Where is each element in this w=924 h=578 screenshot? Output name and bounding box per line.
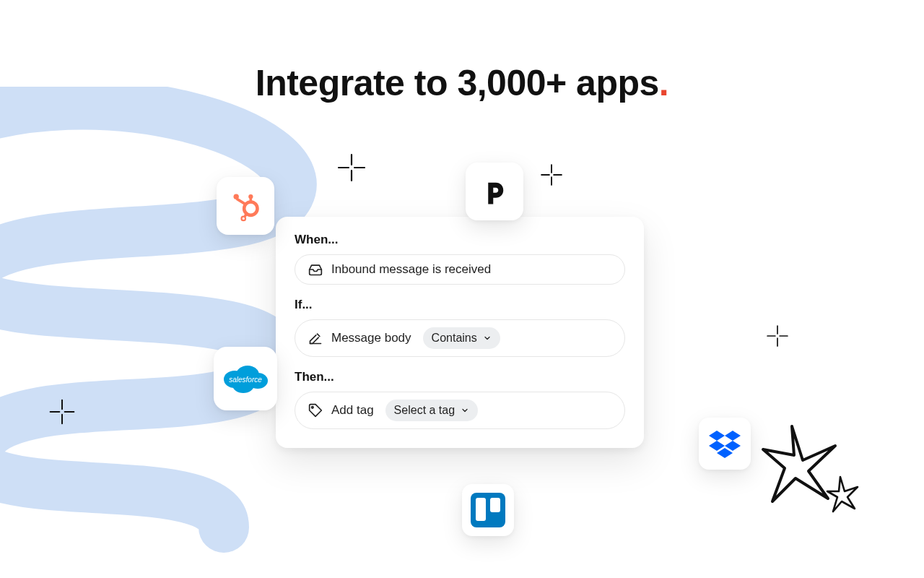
svg-marker-13 <box>725 431 741 441</box>
inbox-icon <box>308 262 323 277</box>
svg-point-20 <box>312 407 314 409</box>
page-title-text: Integrate to 3,000+ apps <box>256 63 659 103</box>
rule-builder-card: When... Inbound message is received If..… <box>276 217 644 448</box>
svg-marker-12 <box>709 431 725 441</box>
svg-marker-14 <box>709 441 725 451</box>
svg-rect-18 <box>476 498 486 521</box>
then-action-row[interactable]: Add tag Select a tag <box>295 392 625 429</box>
svg-rect-2 <box>250 198 253 203</box>
app-dropbox-icon <box>699 418 751 470</box>
pen-icon <box>308 331 323 345</box>
then-tag-select[interactable]: Select a tag <box>385 400 479 421</box>
if-field-text: Message body <box>331 331 411 345</box>
chevron-down-icon <box>483 334 492 342</box>
ink-cross-icon <box>765 324 790 348</box>
ink-cross-icon <box>336 152 367 184</box>
app-trello-icon <box>462 484 514 536</box>
tag-icon <box>308 403 323 418</box>
when-trigger-text: Inbound message is received <box>331 262 491 277</box>
svg-rect-4 <box>235 197 247 206</box>
chevron-down-icon <box>461 406 469 415</box>
svg-rect-19 <box>490 498 500 512</box>
if-label: If... <box>295 298 625 312</box>
svg-marker-15 <box>725 441 741 451</box>
svg-point-5 <box>242 217 246 221</box>
if-condition-row[interactable]: Message body Contains <box>295 319 625 357</box>
if-operator-select[interactable]: Contains <box>423 327 500 349</box>
app-hubspot-icon <box>217 177 274 235</box>
app-pipedrive-icon <box>466 163 523 220</box>
when-trigger-row[interactable]: Inbound message is received <box>295 254 625 285</box>
if-operator-text: Contains <box>432 332 477 345</box>
svg-text:salesforce: salesforce <box>229 376 262 384</box>
ink-cross-icon <box>539 163 564 187</box>
svg-marker-16 <box>717 448 733 458</box>
page-title-dot: . <box>659 63 668 103</box>
app-salesforce-icon: salesforce <box>214 347 277 410</box>
when-label: When... <box>295 233 625 247</box>
then-tag-select-text: Select a tag <box>394 404 456 417</box>
then-label: Then... <box>295 370 625 384</box>
ink-cross-icon <box>48 397 77 426</box>
page-title: Integrate to 3,000+ apps. <box>256 62 668 104</box>
then-action-text: Add tag <box>331 403 374 418</box>
ink-star-icon <box>759 420 860 514</box>
